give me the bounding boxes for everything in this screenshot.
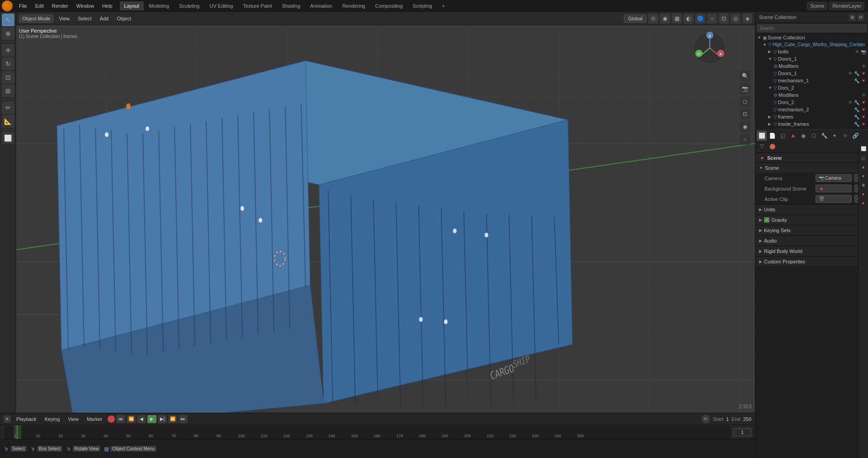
outliner-item-doors1-sub[interactable]: ▽ Doors_1 👁 🔧 🔻	[755, 70, 868, 77]
step-forward-btn[interactable]: ▶|	[158, 415, 167, 423]
jump-prev-keyframe-btn[interactable]: ⏪	[127, 415, 136, 423]
props-tab-modifier[interactable]: 🔧	[819, 131, 829, 141]
playback-menu[interactable]: Playback	[14, 415, 39, 423]
keying-menu[interactable]: Keying	[42, 415, 63, 423]
gravity-header[interactable]: ▶ ✓ Gravity	[755, 215, 868, 225]
scene-section-header[interactable]: ▼ Scene	[755, 163, 868, 173]
select-tool-btn[interactable]: ↖	[2, 14, 14, 26]
outliner-item-dors2-sub[interactable]: ▽ Dors_2 👁 🔧 🔻	[755, 99, 868, 106]
scene-selector[interactable]: Scene	[807, 2, 827, 10]
outliner-sync-btn[interactable]: ⟳	[857, 14, 864, 21]
outliner-search-input[interactable]	[757, 24, 866, 32]
viewport-add-menu[interactable]: Add	[97, 15, 112, 22]
props-right-icon-1[interactable]: ⬜	[859, 144, 868, 153]
viewport-icon-2[interactable]: ◉	[660, 14, 670, 24]
play-btn[interactable]: ▶	[147, 415, 156, 423]
viewport-icon-4[interactable]: ◐	[684, 14, 693, 24]
tab-rendering[interactable]: Rendering	[338, 1, 370, 10]
timeline-menu-btn[interactable]: ≡	[4, 415, 11, 423]
viewport-view-menu[interactable]: View	[56, 15, 72, 22]
tab-animation[interactable]: Animation	[306, 1, 337, 10]
props-tab-physics[interactable]: ⚛	[840, 131, 850, 141]
tab-add[interactable]: +	[438, 1, 449, 10]
outliner-item-scene-collection[interactable]: ▼ ▣ Scene Collection	[755, 34, 868, 41]
tab-modeling[interactable]: Modeling	[145, 1, 174, 10]
props-right-icon-2[interactable]: ◱	[859, 153, 868, 162]
rigid-body-world-header[interactable]: ▶ Rigid Body World	[755, 246, 868, 256]
viewport-icon-7[interactable]: ⊡	[719, 14, 729, 24]
props-tab-view-layer[interactable]: ◱	[778, 131, 788, 141]
menu-render[interactable]: Render	[48, 2, 72, 10]
viewport-icon-5[interactable]: 🔵	[695, 14, 705, 24]
props-tab-particles[interactable]: ✦	[830, 131, 840, 141]
audio-header[interactable]: ▶ Audio	[755, 236, 868, 246]
menu-window[interactable]: Window	[73, 2, 98, 10]
outliner-item-mechanism1[interactable]: ▽ mechanism_1 🔧 🔻	[755, 77, 868, 84]
camera-view-icon[interactable]: 📷	[740, 83, 750, 94]
outliner-item-bolts[interactable]: ▶ ▽ bolts 👁 📷	[755, 48, 868, 55]
outliner-item-modifiers1[interactable]: ⚙ Modifiers 👁	[755, 62, 868, 70]
navigation-gizmo[interactable]: Z X Y	[692, 30, 728, 66]
jump-end-btn[interactable]: ⏭	[179, 415, 188, 423]
menu-file[interactable]: File	[15, 2, 31, 10]
viewport-icon-3[interactable]: ▦	[672, 14, 682, 24]
outliner-item-frames[interactable]: ▶ ▽ frames 🔧 🔻	[755, 113, 868, 120]
custom-properties-header[interactable]: ▶ Custom Properties	[755, 257, 868, 267]
main-viewport[interactable]: CARGO SHIP User Perspective (1) Scene Co…	[16, 25, 755, 413]
viewport-icon-9[interactable]: ◈	[742, 14, 752, 24]
props-right-icon-7[interactable]: ●	[859, 199, 868, 207]
object-mode-select[interactable]: Object Mode	[19, 14, 53, 23]
outliner-item-inside-frames[interactable]: ▶ ▽ inside_frames 🔧 🔻	[755, 120, 868, 128]
tab-uv-editing[interactable]: UV Editing	[205, 1, 237, 10]
outliner-item-dors2[interactable]: ▼ ▽ Dors_2	[755, 84, 868, 91]
props-tab-material[interactable]: ⬤	[767, 141, 777, 151]
viewport-icon-6[interactable]: ○	[707, 14, 717, 24]
camera-select[interactable]: 📷 Camera	[816, 174, 852, 182]
gravity-checkbox[interactable]: ✓	[764, 217, 769, 223]
tab-scripting[interactable]: Scripting	[408, 1, 437, 10]
transform-tool-btn[interactable]: ⊞	[2, 85, 14, 97]
sync-btn[interactable]: ⟳	[701, 415, 710, 424]
outliner-item-doors1[interactable]: ▼ ▽ Doors_1	[755, 55, 868, 62]
props-tab-render[interactable]: ⬜	[757, 131, 767, 141]
local-view-icon[interactable]: ⊡	[740, 109, 750, 119]
measure-btn[interactable]: 📐	[2, 115, 14, 128]
jump-next-keyframe-btn[interactable]: ⏩	[168, 415, 177, 423]
viewport-select-menu[interactable]: Select	[75, 15, 94, 22]
tab-shading[interactable]: Shading	[278, 1, 305, 10]
record-btn[interactable]	[108, 415, 115, 423]
props-tab-data[interactable]: ▽	[757, 141, 767, 151]
global-select[interactable]: Global	[624, 14, 646, 23]
props-right-icon-3[interactable]: ▲	[859, 162, 868, 171]
menu-edit[interactable]: Edit	[32, 2, 47, 10]
view-menu[interactable]: View	[65, 415, 81, 423]
timeline-scrubber[interactable]: 1 10 20 30 40 50 60 70 80 90 100 110 120…	[4, 425, 731, 439]
viewport-icon-1[interactable]: ⊙	[648, 14, 658, 24]
props-right-icon-6[interactable]: ●	[859, 190, 868, 198]
scale-tool-btn[interactable]: ⊡	[2, 71, 14, 84]
props-tab-constraints[interactable]: 🔗	[850, 131, 860, 141]
props-right-icon-4[interactable]: ●	[859, 172, 868, 180]
jump-start-btn[interactable]: ⏮	[116, 415, 125, 423]
tab-compositing[interactable]: Compositing	[371, 1, 407, 10]
menu-help[interactable]: Help	[99, 2, 116, 10]
props-right-icon-5[interactable]: ◈	[859, 181, 868, 189]
overlay-icon[interactable]: ◉	[740, 121, 750, 132]
tab-texture-paint[interactable]: Texture Paint	[238, 1, 276, 10]
zoom-in-icon[interactable]: 🔍	[740, 71, 750, 81]
marker-menu[interactable]: Marker	[84, 415, 105, 423]
props-tab-object[interactable]: ⬡	[809, 131, 819, 141]
outliner-item-mechanism2[interactable]: ▽ mechanism_2 🔧 🔻	[755, 106, 868, 113]
tab-layout[interactable]: Layout	[120, 1, 144, 10]
active-clip-select[interactable]: 🎬	[816, 195, 852, 203]
render-layer-selector[interactable]: RenderLayer	[829, 2, 864, 10]
viewport-object-menu[interactable]: Object	[114, 15, 134, 22]
current-frame-input[interactable]: 1	[733, 428, 751, 436]
outliner-item-high-cube[interactable]: ▼ ▽ High_Cube_Cargo_Worthy_Shipping_Cont…	[755, 41, 868, 48]
props-tab-scene[interactable]: 🔺	[788, 131, 798, 141]
tab-sculpting[interactable]: Sculpting	[175, 1, 204, 10]
bg-scene-select[interactable]: 🔺	[816, 185, 852, 192]
add-cube-btn[interactable]: ⬜	[2, 132, 14, 144]
props-tab-output[interactable]: 📄	[767, 131, 777, 141]
units-header[interactable]: ▶ Units	[755, 205, 868, 215]
